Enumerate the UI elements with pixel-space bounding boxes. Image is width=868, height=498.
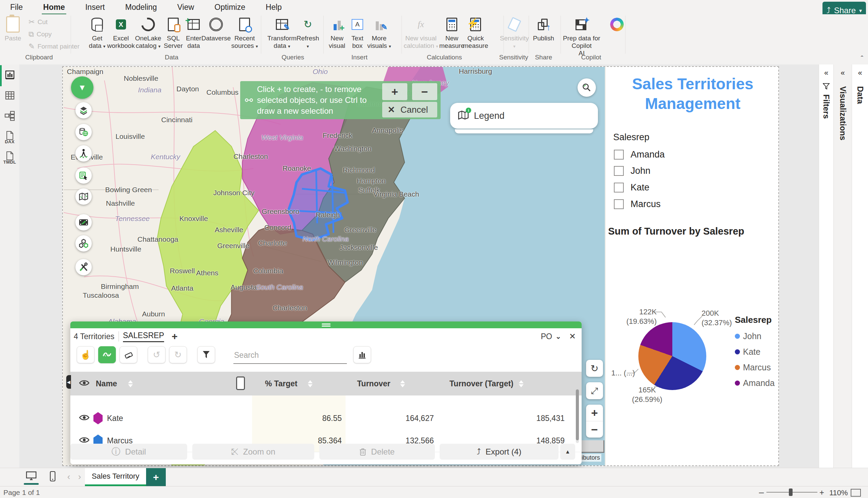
slicer-option-kate[interactable]: Kate	[614, 182, 650, 193]
delete-button[interactable]: Delete	[319, 444, 435, 460]
map-zoom-out-button[interactable]: −	[586, 421, 603, 437]
copilot-button[interactable]	[601, 16, 633, 33]
checkbox[interactable]	[614, 183, 624, 193]
map-cluster-button[interactable]	[75, 235, 92, 251]
sort-turnover[interactable]	[400, 380, 405, 387]
report-view-button[interactable]	[0, 70, 20, 80]
eraser-tool-button[interactable]	[119, 346, 137, 363]
create-object-button[interactable]: +	[382, 83, 407, 100]
lasso-tool-button[interactable]	[98, 346, 116, 363]
copy-button[interactable]: ⧉Copy	[28, 30, 52, 38]
tmdl-view-button[interactable]: TMDL	[0, 152, 20, 165]
checkbox[interactable]	[614, 150, 624, 159]
panel-collapse-arrow[interactable]: ◀	[66, 375, 71, 389]
dax-query-view-button[interactable]: DAX	[0, 131, 20, 144]
menu-insert[interactable]: Insert	[85, 3, 105, 12]
pan-tool-button[interactable]: ☝	[77, 346, 94, 363]
expand-pane-icon[interactable]: «	[841, 68, 845, 77]
slicer-option-amanda[interactable]: Amanda	[614, 149, 665, 160]
slicer-option-marcus[interactable]: Marcus	[614, 199, 661, 209]
map-walking-button[interactable]	[75, 145, 92, 161]
menu-file[interactable]: File	[10, 3, 23, 12]
quick-measure-button[interactable]: ⚡ Quick measure	[459, 16, 492, 50]
recent-sources-button[interactable]: Recent sources ▾	[228, 16, 261, 50]
legend-item-marcus[interactable]: Marcus	[735, 363, 775, 372]
column-turnover-target[interactable]: Turnover (Target)	[449, 379, 513, 388]
sort-turnover-target[interactable]	[519, 380, 524, 387]
zoom-in-button[interactable]: +	[819, 488, 824, 497]
collapse-ribbon-button[interactable]: ˆ	[861, 54, 863, 63]
table-view-button[interactable]	[0, 90, 20, 101]
format-painter-button[interactable]: ✎Format painter	[28, 43, 79, 50]
search-input[interactable]: Search	[233, 348, 347, 364]
refresh-button[interactable]: ↻ Refresh▾	[292, 16, 324, 50]
map-toolbar-toggle-button[interactable]: ▼	[71, 76, 93, 99]
add-tab-button[interactable]: +	[171, 331, 178, 342]
panel-expand-button[interactable]: ▲	[560, 444, 575, 460]
prep-data-copilot-button[interactable]: ✦ Prep data for Copilot AI	[561, 16, 602, 57]
more-visuals-button[interactable]: ✎ More visuals ▾	[363, 16, 395, 50]
map-edit-frames-button[interactable]	[75, 214, 92, 231]
zoom-slider-handle[interactable]	[789, 488, 793, 496]
desktop-layout-button[interactable]	[25, 471, 37, 482]
panel-close-button[interactable]: ✕	[569, 332, 576, 341]
sort-pct-target[interactable]	[308, 380, 312, 387]
zoom-out-button[interactable]: –	[759, 487, 764, 498]
filters-pane[interactable]: « Filters	[819, 65, 833, 486]
select-all-checkbox[interactable]	[236, 377, 245, 390]
page-tab-sales-territory[interactable]: Sales Territory	[85, 468, 146, 486]
map-search-button[interactable]	[577, 78, 596, 97]
chart-view-button[interactable]	[353, 346, 371, 363]
menu-home[interactable]: Home	[43, 3, 65, 12]
menu-optimize[interactable]: Optimize	[214, 3, 245, 12]
detail-button[interactable]: ⓘDetail	[70, 444, 187, 460]
column-pct-target[interactable]: % Target	[265, 379, 297, 388]
filter-tool-button[interactable]	[197, 346, 215, 363]
slicer-option-john[interactable]: John	[614, 166, 651, 176]
remove-object-button[interactable]: −	[412, 83, 437, 100]
sort-name[interactable]	[128, 380, 133, 387]
column-name[interactable]: Name	[96, 379, 117, 388]
cut-button[interactable]: ✂Cut	[28, 18, 48, 26]
export-button[interactable]: ⤴Export (4)	[439, 444, 559, 460]
new-page-button[interactable]: +	[146, 468, 166, 486]
map-refresh-button[interactable]: ↻	[586, 360, 603, 377]
map-select-objects-button[interactable]	[75, 167, 92, 184]
cancel-button[interactable]: ✕ Cancel	[382, 102, 437, 117]
chevron-down-icon[interactable]: ⌄	[556, 332, 561, 340]
undo-button[interactable]: ↺	[148, 346, 165, 363]
tab-salesrep[interactable]: SALESREP	[123, 331, 164, 342]
zoom-on-button[interactable]: ⤪Zoom on	[192, 444, 314, 460]
pie[interactable]	[638, 322, 706, 390]
visualizations-pane[interactable]: « Visualizations	[833, 65, 852, 486]
fit-to-page-button[interactable]	[851, 489, 861, 497]
map-settings-button[interactable]	[75, 259, 92, 275]
table-scrollbar[interactable]	[576, 389, 579, 443]
map-basemap-button[interactable]	[75, 188, 92, 205]
mobile-layout-button[interactable]	[50, 471, 56, 483]
map-layers-button[interactable]	[75, 102, 92, 118]
legend-item-kate[interactable]: Kate	[735, 347, 775, 357]
redo-button[interactable]: ↻	[169, 346, 187, 363]
model-view-button[interactable]	[0, 111, 20, 121]
publish-button[interactable]: ↑ Publish	[527, 16, 560, 42]
data-pane[interactable]: « Data	[852, 65, 868, 486]
menu-view[interactable]: View	[177, 3, 194, 12]
legend-item-john[interactable]: John	[735, 331, 775, 341]
new-visual-calculation-button[interactable]: fx New visual calculation ▾	[402, 16, 439, 50]
prev-page-button[interactable]: ‹	[67, 472, 70, 482]
dataverse-button[interactable]: Dataverse	[200, 16, 232, 42]
paste-button[interactable]: Paste	[0, 16, 26, 42]
legend-card[interactable]: i Legend	[450, 103, 598, 129]
map-zoom-in-button[interactable]: +	[586, 405, 603, 421]
checkbox[interactable]	[614, 199, 624, 209]
menu-modeling[interactable]: Modeling	[125, 3, 157, 12]
checkbox[interactable]	[614, 166, 624, 176]
table-row-kate[interactable]: Kate 86.55 164,627 185,431	[70, 407, 582, 430]
expand-pane-icon[interactable]: «	[858, 68, 862, 77]
panel-corner-label[interactable]: PO	[541, 332, 552, 341]
legend-item-amanda[interactable]: Amanda	[735, 378, 775, 388]
menu-help[interactable]: Help	[266, 3, 282, 12]
panel-drag-handle[interactable]	[70, 322, 582, 328]
tab-territories[interactable]: 4 Territories	[74, 332, 114, 341]
